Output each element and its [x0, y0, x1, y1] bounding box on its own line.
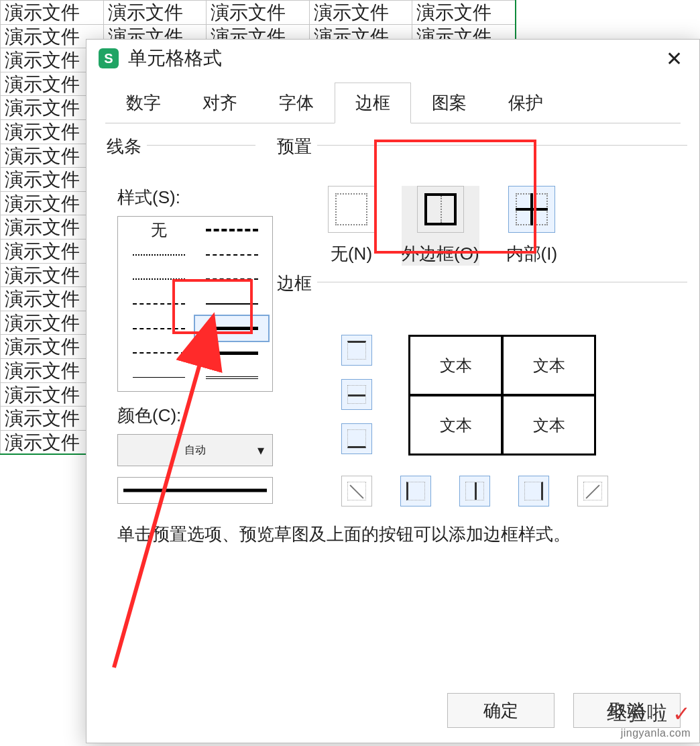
watermark-url: jingyanla.com	[607, 727, 691, 739]
watermark: 经验啦✓ jingyanla.com	[607, 700, 691, 739]
border-right-button[interactable]	[518, 476, 549, 507]
preset-inner-icon	[508, 186, 555, 233]
border-bottom-button[interactable]	[341, 423, 372, 454]
line-style-double[interactable]	[195, 365, 268, 390]
line-style-label: 样式(S):	[117, 186, 273, 209]
line-color-select[interactable]: 自动	[117, 434, 273, 466]
tab-pattern[interactable]: 图案	[411, 83, 487, 123]
line-style-none[interactable]: 无	[122, 218, 195, 243]
line-style-thick2[interactable]	[195, 341, 268, 366]
border-diag-down-button[interactable]	[577, 476, 608, 507]
line-style-dashdot[interactable]	[195, 218, 268, 243]
line-style-dash[interactable]	[195, 267, 268, 292]
line-style-dotted[interactable]	[122, 243, 195, 268]
preset-outer[interactable]: 外边框(O)	[402, 186, 479, 266]
preset-none-label: 无(N)	[331, 242, 372, 266]
line-style-dotted2[interactable]	[122, 267, 195, 292]
border-hcenter-button[interactable]	[341, 379, 372, 410]
cell-format-dialog: S 单元格格式 ✕ 数字 对齐 字体 边框 图案 保护 线条 预置 边框 样式(…	[86, 39, 700, 743]
line-style-panel: 样式(S): 无 颜色(C): 自动	[117, 186, 273, 504]
border-vcenter-button[interactable]	[459, 476, 490, 507]
tab-protect[interactable]: 保护	[487, 83, 564, 123]
preset-outer-label: 外边框(O)	[402, 242, 479, 266]
preset-inner[interactable]: 内部(I)	[506, 186, 558, 266]
line-style-dashdot2[interactable]	[195, 243, 268, 268]
preview-cell: 文本	[410, 395, 502, 454]
preview-cell: 文本	[410, 337, 502, 395]
tab-align[interactable]: 对齐	[182, 83, 258, 123]
app-icon: S	[99, 48, 119, 68]
border-left-button[interactable]	[400, 476, 431, 507]
border-top-button[interactable]	[341, 335, 372, 366]
close-icon[interactable]: ✕	[660, 45, 687, 72]
sheet-cell[interactable]: 演示文件	[309, 0, 412, 24]
line-color-label: 颜色(C):	[117, 404, 273, 427]
preset-none[interactable]: 无(N)	[328, 186, 375, 266]
line-style-medium[interactable]	[195, 292, 268, 317]
sheet-cell[interactable]: 演示文件	[206, 0, 309, 24]
ok-button[interactable]: 确定	[447, 693, 555, 728]
line-style-thick[interactable]	[195, 316, 268, 341]
tab-strip: 数字 对齐 字体 边框 图案 保护	[86, 83, 699, 123]
line-style-dashdot4[interactable]	[122, 341, 195, 366]
line-style-dash2[interactable]	[122, 292, 195, 317]
border-preview-area: 文本 文本 文本 文本	[288, 321, 668, 335]
tab-font[interactable]: 字体	[258, 83, 335, 123]
preset-outer-icon	[417, 186, 464, 233]
line-color-value: 自动	[184, 443, 206, 458]
line-style-list: 无	[117, 216, 273, 392]
border-preview[interactable]: 文本 文本 文本 文本	[408, 335, 596, 456]
presets-area: 无(N) 外边框(O) 内部(I)	[288, 186, 668, 266]
watermark-text: 经验啦	[607, 700, 667, 727]
section-line-label: 线条	[101, 135, 147, 158]
hint-text: 单击预置选项、预览草图及上面的按钮可以添加边框样式。	[117, 523, 571, 546]
line-style-thin[interactable]	[122, 365, 195, 390]
border-diag-up-button[interactable]	[341, 476, 372, 507]
line-style-dashdot3[interactable]	[122, 316, 195, 341]
dialog-titlebar: S 单元格格式 ✕	[86, 40, 699, 77]
tab-number[interactable]: 数字	[105, 83, 182, 123]
sheet-cell[interactable]: 演示文件	[412, 0, 515, 24]
dialog-title: 单元格格式	[128, 46, 222, 71]
preview-cell: 文本	[502, 395, 594, 454]
preview-cell: 文本	[502, 337, 594, 395]
sheet-cell[interactable]: 演示文件	[103, 0, 207, 24]
line-preview	[117, 477, 273, 504]
preset-inner-label: 内部(I)	[506, 242, 558, 266]
sheet-cell[interactable]: 演示文件	[0, 0, 103, 24]
section-presets-label: 预置	[272, 135, 317, 158]
section-border-label: 边框	[272, 272, 317, 295]
tab-border[interactable]: 边框	[335, 83, 411, 123]
preset-none-icon	[328, 186, 375, 233]
check-icon: ✓	[673, 701, 691, 727]
